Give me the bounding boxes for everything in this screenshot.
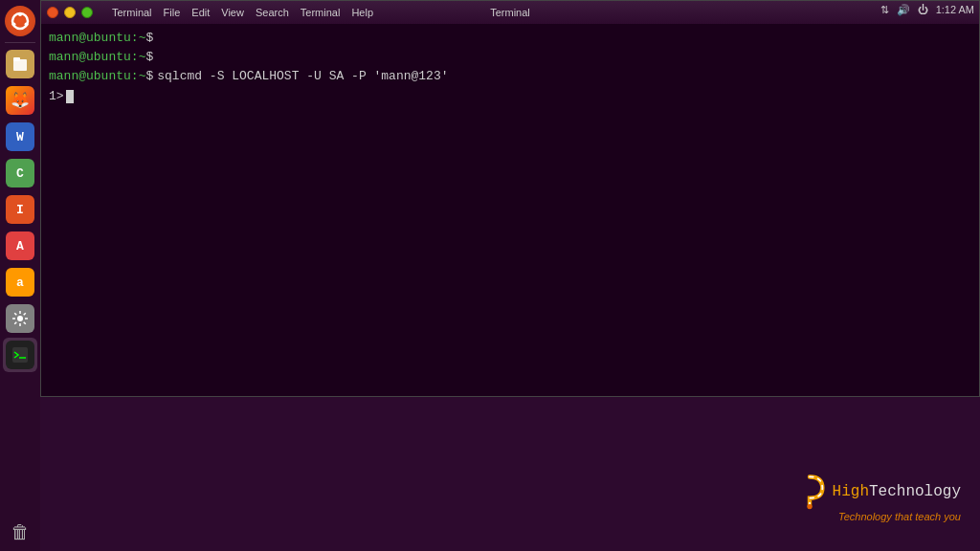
terminal-title: Terminal [490, 7, 530, 18]
prompt-dollar-1: $ [145, 30, 153, 47]
sidebar-icon-writer[interactable]: W [3, 120, 37, 154]
prompt-user-3: mann@ubuntu [49, 68, 131, 85]
close-button[interactable] [47, 7, 58, 18]
sidebar-icon-settings[interactable] [3, 301, 37, 336]
watermark-tagline: Technology that teach you [838, 511, 961, 522]
sort-icon[interactable]: ⇅ [880, 4, 889, 16]
prompt-dollar-3: $ [145, 68, 153, 85]
menu-file[interactable]: File [158, 7, 187, 18]
terminal-cursor [66, 90, 74, 103]
sidebar-icon-firefox[interactable]: 🦊 [3, 83, 37, 118]
prompt-user-2: mann@ubuntu [49, 49, 131, 66]
ubuntu-logo [5, 6, 35, 36]
sidebar-icon-ubuntu[interactable] [3, 4, 37, 38]
prompt-cmd-3: sqlcmd -S LOCALHOST -U SA -P 'mann@123' [157, 68, 448, 85]
sidebar-icon-impress[interactable]: I [3, 192, 37, 227]
terminal-line-3: mann@ubuntu :~ $ sqlcmd -S LOCALHOST -U … [49, 68, 971, 85]
svg-point-6 [17, 316, 23, 321]
prompt-path-2: :~ [131, 49, 146, 66]
power-icon[interactable]: ⏻ [918, 4, 928, 15]
sidebar-icon-terminal[interactable] [3, 338, 37, 372]
terminal-line-4: 1> [49, 88, 971, 105]
svg-point-2 [25, 23, 29, 27]
svg-rect-5 [13, 57, 20, 61]
sidebar-icon-font[interactable]: A [3, 229, 37, 263]
system-tray: ⇅ 🔊 ⏻ 1:12 AM [827, 0, 980, 19]
amazon-icon: a [6, 268, 34, 297]
menu-edit[interactable]: Edit [186, 7, 215, 18]
menu-terminal2[interactable]: Terminal [295, 7, 346, 18]
prompt-user-1: mann@ubuntu [49, 30, 131, 47]
terminal-icon [6, 341, 34, 369]
logo-candy-icon [791, 473, 829, 511]
prompt-1gt: 1> [49, 88, 64, 105]
sidebar-icon-files[interactable] [3, 47, 37, 81]
svg-point-9 [807, 504, 812, 509]
desktop: 🦊 W C I A [0, 0, 980, 551]
sidebar-icon-amazon[interactable]: a [3, 265, 37, 299]
brand-high: High [833, 483, 869, 500]
menu-view[interactable]: View [215, 7, 250, 18]
watermark: HighTechnology Technology that teach you [791, 473, 961, 522]
minimize-button[interactable] [64, 7, 76, 18]
svg-rect-7 [12, 347, 28, 363]
sidebar: 🦊 W C I A [0, 0, 40, 551]
terminal-line-2: mann@ubuntu :~ $ [49, 49, 971, 66]
system-clock[interactable]: 1:12 AM [936, 4, 974, 15]
svg-point-1 [18, 12, 22, 16]
svg-point-3 [12, 23, 16, 27]
menu-search[interactable]: Search [250, 7, 295, 18]
watermark-logo-row: HighTechnology [791, 473, 961, 511]
files-icon [6, 50, 34, 78]
sidebar-divider-top [5, 42, 35, 43]
writer-icon: W [6, 122, 34, 151]
prompt-path-1: :~ [131, 30, 146, 47]
sidebar-icon-calc[interactable]: C [3, 156, 37, 190]
font-icon: A [6, 231, 34, 260]
prompt-dollar-2: $ [145, 49, 153, 66]
terminal-window: Terminal File Edit View Search Terminal … [40, 0, 980, 397]
terminal-line-1: mann@ubuntu :~ $ [49, 30, 971, 47]
brand-text: HighTechnology [833, 483, 961, 500]
audio-icon[interactable]: 🔊 [897, 4, 910, 16]
menu-terminal[interactable]: Terminal [106, 7, 158, 18]
settings-icon [6, 304, 34, 333]
brand-tech: Technology [869, 483, 961, 500]
sidebar-icon-trash[interactable]: 🗑 [6, 518, 34, 547]
maximize-button[interactable] [81, 7, 93, 18]
calc-icon: C [6, 159, 34, 187]
prompt-path-3: :~ [131, 68, 146, 85]
impress-icon: I [6, 195, 34, 224]
menu-help[interactable]: Help [345, 7, 379, 18]
firefox-icon: 🦊 [6, 86, 34, 115]
terminal-content[interactable]: mann@ubuntu :~ $ mann@ubuntu :~ $ mann@u… [41, 24, 979, 396]
terminal-menu: Terminal File Edit View Search Terminal … [106, 7, 379, 18]
